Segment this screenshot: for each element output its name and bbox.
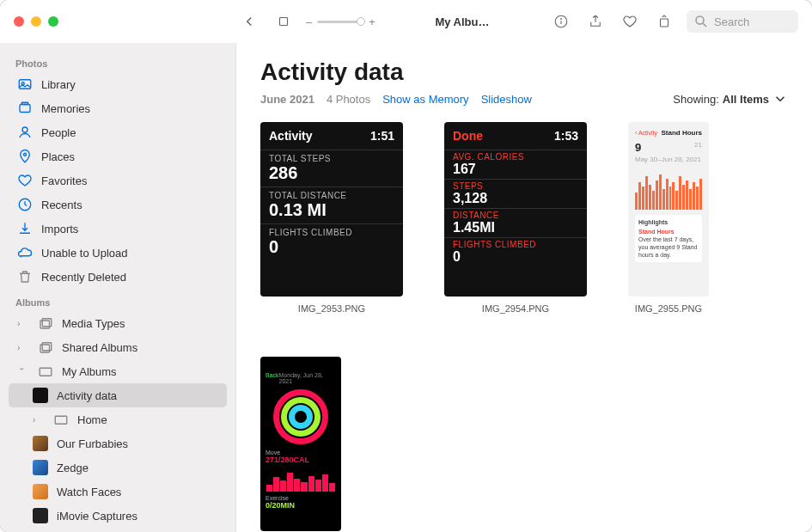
svg-point-11 bbox=[22, 127, 27, 132]
stat-value: 1.45MI bbox=[453, 220, 578, 235]
sidebar-item-label: Places bbox=[41, 150, 75, 163]
subheader: June 2021 4 Photos Show as Memory Slides… bbox=[260, 91, 788, 107]
album-zedge[interactable]: Zedge bbox=[9, 456, 227, 480]
album-imovie-captures[interactable]: iMovie Captures bbox=[9, 504, 227, 528]
maximize-window-icon[interactable] bbox=[48, 16, 58, 27]
info-button[interactable] bbox=[549, 9, 573, 34]
photo-thumbnail[interactable]: ‹ ActivityStand Hours 921 May 30–Jun 28,… bbox=[628, 122, 709, 297]
stack-icon bbox=[38, 339, 53, 355]
highlight-sub: Stand Hours bbox=[638, 228, 699, 235]
cloud-icon bbox=[17, 245, 33, 260]
svg-rect-18 bbox=[40, 368, 52, 376]
zoom-thumb[interactable] bbox=[357, 17, 365, 26]
zoom-minus[interactable]: – bbox=[306, 15, 312, 28]
showing-filter[interactable]: Showing: All Items bbox=[673, 91, 788, 107]
sidebar-item-library[interactable]: Library bbox=[9, 72, 227, 96]
health-highlight: Highlights Stand Hours Over the last 7 d… bbox=[635, 215, 702, 262]
stat-label: TOTAL STEPS bbox=[269, 154, 394, 163]
show-as-memory-link[interactable]: Show as Memory bbox=[382, 93, 468, 106]
photo-thumbnail[interactable]: Activity1:51 TOTAL STEPS286 TOTAL DISTAN… bbox=[260, 122, 403, 297]
svg-point-5 bbox=[696, 16, 704, 24]
sidebar-item-label: iMovie Captures bbox=[57, 510, 137, 523]
sidebar-item-label: Home bbox=[77, 413, 107, 426]
zoom-track[interactable] bbox=[317, 21, 363, 23]
sidebar-item-places[interactable]: Places bbox=[9, 144, 227, 168]
rotate-button[interactable] bbox=[272, 9, 296, 34]
exercise-value: 0/20MIN bbox=[266, 501, 295, 510]
stat-label: FLIGHTS CLIMBED bbox=[453, 240, 578, 249]
chevron-right-icon[interactable]: › bbox=[17, 343, 26, 352]
album-activity-data[interactable]: Activity data bbox=[9, 383, 227, 407]
move-value: 271/280CAL bbox=[266, 456, 309, 464]
album-thumb-icon bbox=[33, 460, 48, 475]
close-window-icon[interactable] bbox=[14, 16, 24, 27]
search-field[interactable]: Search bbox=[687, 10, 798, 33]
sidebar-item-unable-upload[interactable]: Unable to Upload bbox=[9, 241, 227, 265]
sidebar-item-media-types[interactable]: ›Media Types bbox=[9, 311, 227, 335]
chevron-right-icon[interactable]: › bbox=[17, 319, 26, 328]
sidebar-item-recently-deleted[interactable]: Recently Deleted bbox=[9, 265, 227, 289]
zoom-slider[interactable]: – + bbox=[306, 15, 375, 28]
sidebar-item-favorites[interactable]: Favorites bbox=[9, 168, 227, 193]
album-home[interactable]: ›Home bbox=[9, 407, 227, 431]
phone-back: Back bbox=[266, 372, 279, 384]
svg-rect-19 bbox=[55, 416, 67, 424]
album-thumb-icon bbox=[33, 484, 48, 499]
health-axis: 21 bbox=[694, 141, 702, 156]
sidebar-item-label: Library bbox=[41, 78, 76, 91]
sidebar-item-people[interactable]: People bbox=[9, 120, 227, 144]
section-albums-title: Albums bbox=[15, 297, 220, 308]
sidebar-item-recents[interactable]: Recents bbox=[9, 193, 227, 217]
rotate-right-button[interactable] bbox=[652, 9, 676, 34]
slideshow-link[interactable]: Slideshow bbox=[481, 93, 532, 106]
trash-icon bbox=[17, 269, 33, 284]
showing-value: All Items bbox=[723, 93, 769, 106]
toolbar: – + My Albu… Search bbox=[237, 9, 798, 34]
stat-value: 286 bbox=[269, 163, 394, 183]
sidebar-item-label: Memories bbox=[41, 102, 90, 115]
photo-thumbnail[interactable]: Done1:53 AVG. CALORIES167 STEPS3,128 DIS… bbox=[444, 122, 587, 297]
photo-filename: IMG_2954.PNG bbox=[482, 303, 549, 314]
sidebar-item-label: Activity data bbox=[57, 389, 117, 402]
share-button[interactable] bbox=[583, 9, 607, 34]
minimize-window-icon[interactable] bbox=[31, 16, 41, 27]
stat-label: FLIGHTS CLIMBED bbox=[269, 228, 394, 237]
people-icon bbox=[17, 125, 33, 140]
sidebar-item-imports[interactable]: Imports bbox=[9, 217, 227, 241]
stat-value: 167 bbox=[453, 162, 578, 177]
search-placeholder: Search bbox=[714, 15, 749, 28]
chevron-right-icon[interactable]: › bbox=[33, 415, 41, 425]
svg-point-3 bbox=[561, 19, 562, 20]
photo-filename: IMG_2955.PNG bbox=[635, 303, 702, 314]
traffic-lights bbox=[14, 16, 58, 27]
health-title: Stand Hours bbox=[661, 129, 702, 138]
zoom-plus[interactable]: + bbox=[369, 15, 375, 28]
sidebar-item-label: Our Furbabies bbox=[57, 437, 128, 450]
svg-line-6 bbox=[703, 23, 706, 27]
memories-icon bbox=[17, 101, 33, 116]
sidebar-item-memories[interactable]: Memories bbox=[9, 96, 227, 120]
photo-grid: Activity1:51 TOTAL STEPS286 TOTAL DISTAN… bbox=[260, 122, 788, 532]
photo-thumbnail[interactable]: BackMonday, Jun 28, 2021 Move 271/280CAL… bbox=[260, 357, 341, 531]
sidebar-item-label: My Albums bbox=[62, 365, 117, 378]
stat-value: 0.13 MI bbox=[269, 200, 394, 220]
sidebar-item-shared-albums[interactable]: ›Shared Albums bbox=[9, 335, 227, 359]
sidebar-item-label: Media Types bbox=[62, 317, 125, 330]
sidebar-item-label: People bbox=[41, 126, 76, 139]
sidebar-item-label: Recently Deleted bbox=[41, 271, 126, 284]
sidebar-item-my-albums[interactable]: ›My Albums bbox=[9, 359, 227, 383]
album-thumb-icon bbox=[33, 388, 48, 403]
activity-rings-icon bbox=[273, 389, 328, 444]
photo-count: 4 Photos bbox=[327, 93, 370, 106]
imports-icon bbox=[17, 221, 33, 236]
favorite-button[interactable] bbox=[618, 9, 642, 34]
chevron-down-icon[interactable]: › bbox=[17, 367, 27, 376]
album-our-furbabies[interactable]: Our Furbabies bbox=[9, 431, 227, 456]
svg-rect-4 bbox=[661, 19, 669, 27]
back-button[interactable] bbox=[237, 9, 261, 34]
sidebar: Photos Library Memories People Places Fa… bbox=[0, 43, 236, 532]
exercise-label: Exercise bbox=[266, 495, 289, 501]
main-area: Photos Library Memories People Places Fa… bbox=[0, 43, 812, 532]
album-watch-faces[interactable]: Watch Faces bbox=[9, 480, 227, 504]
stat-value: 0 bbox=[269, 237, 394, 257]
